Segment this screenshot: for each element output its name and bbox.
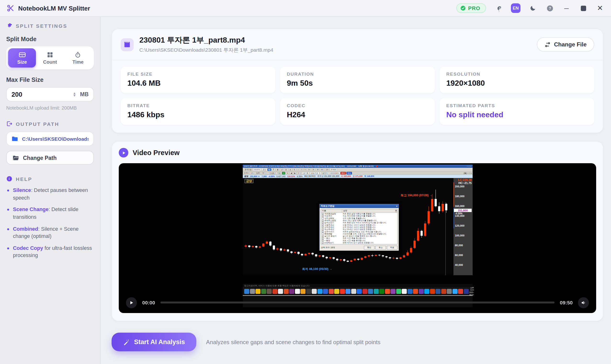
swap-arrows-icon	[545, 42, 551, 47]
hts-toolbar-chip: 1	[297, 168, 300, 171]
change-path-button[interactable]: Change Path	[6, 151, 94, 165]
video-file-icon	[121, 38, 133, 51]
hts-toolbar-chip: 10	[307, 168, 310, 171]
dialog-checkbox[interactable]: ✓	[321, 240, 323, 241]
dialog-checkbox[interactable]: ✓	[321, 226, 323, 228]
split-mode-size[interactable]: Size	[8, 48, 36, 67]
hts-toolbar-chip: 001570	[253, 168, 261, 171]
stat-value: 1486 kbps	[127, 111, 269, 119]
split-mode-count[interactable]: Count	[36, 48, 64, 67]
stat-card: BITRATE1486 kbps	[121, 98, 275, 125]
dialog-checkbox[interactable]: ✓	[321, 213, 323, 215]
dialog-row[interactable]: 화면분할서브차트를 수직, 수평 또는 바둑판으로 배열합니다.	[321, 233, 397, 235]
start-ai-analysis-button[interactable]: Start AI Analysis	[112, 333, 197, 351]
stepper-arrows[interactable]: ▲▼	[73, 92, 76, 97]
dialog-checkbox[interactable]: ✓	[321, 220, 323, 221]
output-path-value: C:\Users\SKSEO\Downloads	[22, 136, 89, 142]
dialog-row[interactable]: ✓수직추세선수직 추세선 그리기 상태로 전환합니다.	[321, 226, 397, 228]
dialog-checkbox[interactable]: ✓	[321, 229, 323, 231]
analysis-description: Analyzes silence gaps and scene changes …	[206, 339, 380, 345]
dialog-row[interactable]: 수치조회창수치 조회 창을 호출합니다.	[321, 217, 397, 220]
dialog-row[interactable]: ✓모두지우기차트에 설정되어있는 모든 추세선을 지웁니다.	[321, 231, 397, 233]
help-item: Silence: Detect pauses between speech	[6, 187, 94, 202]
dialog-button[interactable]: 확인	[364, 246, 374, 250]
current-price-tag: 151,800	[454, 209, 471, 212]
hts-toolbar-chip: 관심지표	[310, 172, 319, 174]
help-button[interactable]: ?	[545, 4, 554, 13]
stat-value: 9m 50s	[287, 79, 428, 88]
play-button[interactable]	[126, 297, 137, 308]
dialog-checkbox[interactable]: ✓	[321, 242, 323, 244]
minimize-button[interactable]: ─	[562, 4, 571, 13]
dialog-checkbox[interactable]: ✓	[321, 235, 323, 237]
dialog-row[interactable]: ✓수평추세선수평 추세선 그리기 상태로 전환합니다.	[321, 224, 397, 226]
dialog-row[interactable]: ✓A 전체보기전체 데이타 보기 상태로 전환합니다.	[321, 242, 397, 244]
max-file-size-field: ▲▼ MB	[6, 87, 94, 102]
app-title: NotebookLM MV Splitter	[18, 5, 90, 12]
app-brand: NotebookLM MV Splitter	[7, 4, 90, 12]
chart-lc-value: LC:229.28	[458, 178, 471, 182]
dialog-checkbox[interactable]: ✓	[321, 237, 323, 239]
quote-segment: 최우선 151,900 151,800	[317, 175, 339, 178]
hts-toolbar-2: 1 X 11X1등록추가기간(분)지표+%◀▶X 1초기화관심지표키움현재202…	[242, 172, 472, 175]
output-path-box[interactable]: C:\Users\SKSEO\Downloads	[6, 132, 94, 146]
record-stop-icon	[376, 166, 377, 167]
dialog-close-icon[interactable]: ×	[396, 205, 397, 208]
dialog-checkbox[interactable]: ✓	[321, 215, 323, 217]
hts-toolbar-chip: ▶	[293, 172, 296, 174]
dialog-button[interactable]: 취소	[375, 246, 386, 250]
quote-segment: 금양	[244, 175, 248, 178]
hts-toolbar-chip: 60	[320, 168, 324, 171]
change-file-button[interactable]: Change File	[537, 37, 594, 52]
upload-limit-note: NotebookLM upload limit: 200MB	[6, 105, 94, 111]
dialog-row[interactable]: ✓최대최소설정최대 / 최소 설정 대화상자를 호출합니다.	[321, 220, 397, 221]
dialog-checkbox[interactable]	[321, 244, 323, 244]
magic-wand-icon	[123, 339, 130, 345]
dialog-row[interactable]: ✓− 축소차트 시간 축을 축소합니다.	[321, 237, 397, 239]
dialog-row[interactable]: ✓직선추세선직선 추세선 그리기 상태로 전환합니다.	[321, 228, 397, 231]
dialog-row[interactable]: ✓차트환경설정차트 환경 설정 대화상자를 호출합니다.	[321, 213, 397, 215]
hts-toolbar-chip: 2023/08/01	[329, 172, 340, 174]
price-axis-label: 180,000	[455, 195, 464, 198]
dialog-checkbox[interactable]: ✓	[321, 222, 323, 224]
video-preview-card: Video Preview [0607] 멀티차트 - KOSPI200 외국인…	[112, 141, 603, 321]
license-key-button[interactable]	[494, 4, 503, 13]
dialog-row[interactable]: ✓실시간 돋보기실시간 돋보기 창을 화면에 표시 합니다.	[321, 235, 397, 237]
help-item: Codec Copy for ultra-fast lossless proce…	[6, 245, 94, 260]
dialog-checkbox[interactable]: ✓	[321, 224, 323, 226]
chart-low-annotation: 최저 46,100 (05/30) →	[302, 267, 332, 271]
volume-button[interactable]	[578, 297, 589, 308]
folder-icon	[12, 136, 18, 142]
analysis-row: Start AI Analysis Analyzes silence gaps …	[112, 333, 603, 351]
hts-toolbar-1: 종목연결001570금양일주월년분초틱1351020306012087/600	[242, 168, 472, 172]
max-file-size-input[interactable]	[12, 91, 54, 98]
axis-high-bar	[453, 182, 454, 207]
dialog-col-name: 이름	[321, 209, 342, 212]
quote-segment: 9.35%	[297, 175, 302, 178]
video-frame: [0607] 멀티차트 - KOSPI200 외국인보유[2,900(천)] 주…	[242, 165, 472, 294]
stat-label: DURATION	[287, 71, 428, 77]
hts-toolbar-chip: 분	[284, 168, 288, 171]
seek-bar[interactable]	[160, 301, 555, 303]
close-button[interactable]: ✕	[596, 4, 604, 13]
maximize-button[interactable]	[579, 4, 587, 13]
file-meta: 230801 투자론 1부_part8.mp4 C:\Users\SKSEO\D…	[139, 35, 273, 54]
hts-toolbar-chip: 추가	[261, 172, 266, 174]
split-mode-time[interactable]: Time	[64, 48, 92, 67]
max-file-size-label: Max File Size	[6, 77, 94, 83]
dialog-button[interactable]: 적용	[387, 246, 397, 250]
hts-toolbar-chip: 30	[316, 168, 319, 171]
dialog-checkbox[interactable]	[321, 233, 323, 235]
dialog-row[interactable]: 추세선 삭제추세선을 삭제합니다.	[321, 244, 397, 244]
dialog-checkbox[interactable]	[321, 217, 323, 219]
dark-mode-toggle[interactable]	[529, 4, 537, 13]
dialog-row[interactable]: ✓+ 확대차트 시간 축을 확대합니다.	[321, 240, 397, 242]
dialog-row[interactable]: ✓십자선표시차트 화면 상의 마우스 위치에 십자선을 표시합니다.	[321, 221, 397, 224]
hts-chart-window-controls: [월] ─ □ ×	[464, 172, 472, 174]
dialog-checkbox[interactable]: ✓	[321, 231, 323, 233]
file-info-card: 230801 투자론 1부_part8.mp4 C:\Users\SKSEO\D…	[112, 29, 603, 133]
hts-toolbar-chip: 년	[280, 168, 284, 171]
dialog-row[interactable]: ✓지표추가지표 추가/전환 대화상자를 호출합니다.	[321, 215, 397, 217]
chart-tools-dialog: 차트도구편집 × 이름 설명 ▲	[319, 204, 399, 251]
language-toggle[interactable]: EN	[511, 3, 520, 13]
